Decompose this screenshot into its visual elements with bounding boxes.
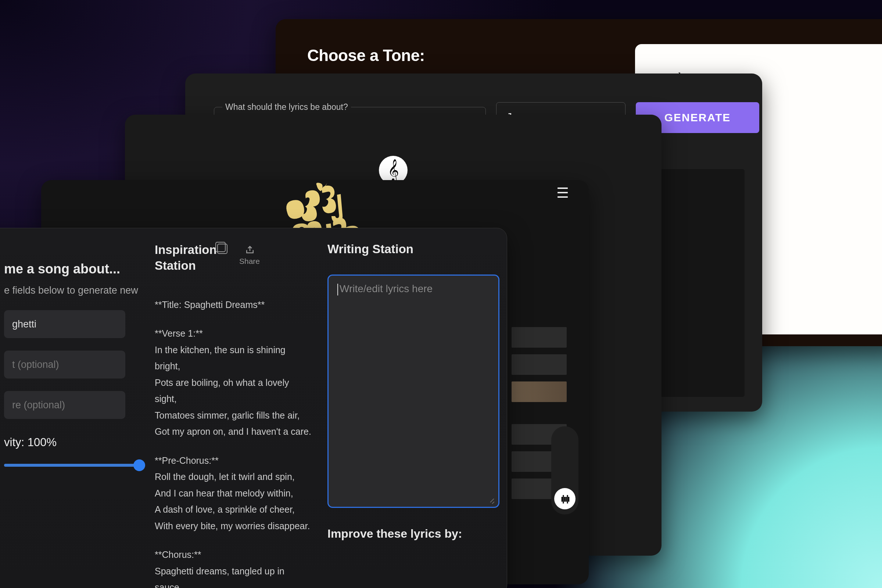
copy-icon [217,244,228,254]
waveform-icon[interactable]: ı|ıı|ı [554,488,576,509]
lyric-line: In the kitchen, the sun is shining brigh… [155,342,313,375]
track-strip[interactable] [512,354,567,375]
track-strip-active[interactable] [512,381,567,402]
writing-column: Writing Station Write/edit lyrics here I… [327,242,507,588]
topic-input[interactable]: ghetti [4,310,125,338]
write-song-heading: me a song about... [4,261,140,277]
lyrics-editor[interactable]: Write/edit lyrics here [327,274,500,508]
resize-handle-icon[interactable] [488,496,495,503]
section-heading: **Pre-Chorus:** [155,452,313,469]
prompt-column: me a song about... e fields below to gen… [4,242,140,588]
lyric-line: Got my apron on, and I haven't a care. [155,423,313,440]
lyrics-title: **Title: Spaghetti Dreams** [155,297,313,313]
share-icon [244,244,255,254]
slider-thumb[interactable] [134,459,145,471]
lyric-line: With every bite, my worries disappear. [155,518,313,534]
hamburger-menu-icon[interactable]: ☰ [556,189,568,197]
lyric-line: Tomatoes simmer, garlic fills the air, [155,407,313,424]
writing-heading: Writing Station [327,242,507,256]
track-strip[interactable] [512,327,567,348]
share-button[interactable]: Share [239,244,260,266]
optional-input-1[interactable]: t (optional) [4,351,125,378]
copy-button[interactable] [217,244,228,254]
audio-widget[interactable]: ı|ıı|ı [551,426,579,514]
lyric-line: And I can hear that melody within, [155,485,313,502]
section-heading: **Verse 1:** [155,325,313,342]
generated-lyrics: **Title: Spaghetti Dreams** **Verse 1:**… [155,297,313,588]
lyric-line: Pots are boiling, oh what a lovely sight… [155,375,313,407]
lyrics-studio-window: ose Model ▼ Share me a song about... e f… [0,228,507,588]
lyric-line: Spaghetti dreams, tangled up in sauce, [155,563,313,588]
lyric-line: Roll the dough, let it twirl and spin, [155,469,313,485]
write-song-sub: e fields below to generate new [4,284,140,298]
editor-placeholder: Write/edit lyrics here [340,283,432,294]
optional-input-2[interactable]: re (optional) [4,391,125,419]
lyrics-topic-label: What should the lyrics be about? [222,102,351,112]
creativity-label: vity: 100% [4,436,140,449]
section-heading: **Chorus:** [155,546,313,563]
lyric-line: A dash of love, a sprinkle of cheer, [155,501,313,518]
improve-heading: Improve these lyrics by: [327,527,507,541]
creativity-slider[interactable] [4,464,144,467]
text-cursor [338,284,338,296]
inspiration-column: InspirationStation **Title: Spaghetti Dr… [155,242,313,588]
